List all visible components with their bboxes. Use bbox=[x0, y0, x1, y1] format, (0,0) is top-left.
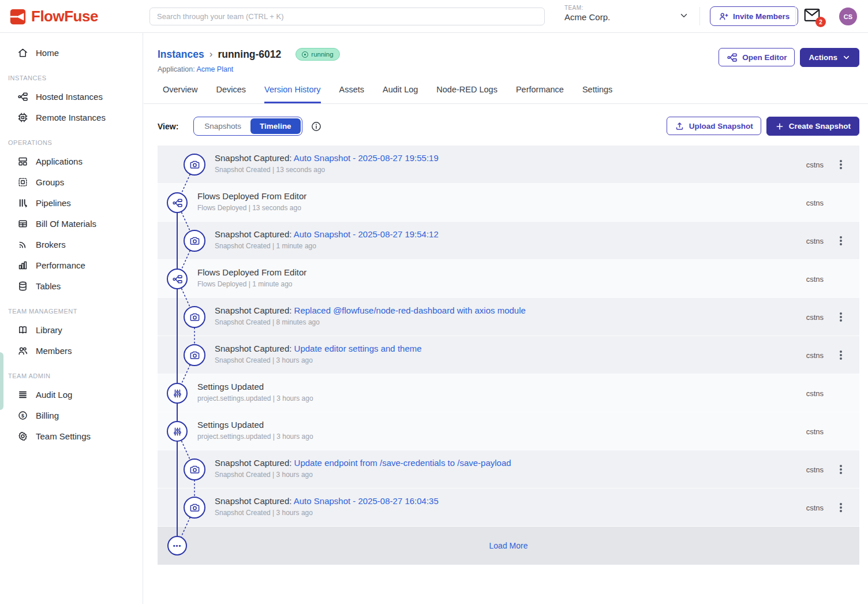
team-selector[interactable]: TEAM: Acme Corp. bbox=[564, 5, 690, 22]
upload-snapshot-button[interactable]: Upload Snapshot bbox=[667, 117, 761, 135]
flows-deploy-icon bbox=[167, 269, 188, 289]
timeline-toolbar: View: Snapshots Timeline Upload Snapshot… bbox=[158, 117, 859, 136]
sidebar-item-remote-instances[interactable]: Remote Instances bbox=[0, 107, 143, 128]
camera-icon bbox=[184, 497, 205, 519]
flows-deploy-icon bbox=[167, 192, 188, 213]
upload-snapshot-label: Upload Snapshot bbox=[689, 122, 753, 131]
camera-icon bbox=[184, 154, 205, 176]
tab-assets[interactable]: Assets bbox=[339, 85, 365, 103]
user-avatar[interactable]: CS bbox=[839, 8, 857, 25]
search-input[interactable] bbox=[149, 8, 545, 25]
sidebar-scroll-indicator[interactable] bbox=[0, 352, 3, 410]
event-meta: Snapshot Created | 3 hours ago bbox=[215, 356, 859, 364]
sidebar-item-label: Home bbox=[36, 48, 59, 58]
row-menu-button[interactable] bbox=[834, 499, 848, 516]
sidebar-item-billing[interactable]: $ Billing bbox=[0, 405, 143, 426]
flowfuse-logo[interactable]: FlowFuse bbox=[9, 8, 98, 25]
camera-icon bbox=[184, 344, 205, 366]
table-icon bbox=[17, 218, 28, 229]
broadcast-icon bbox=[17, 239, 28, 250]
row-menu-button[interactable] bbox=[834, 156, 848, 173]
event-meta: project.settings.updated | 3 hours ago bbox=[197, 433, 859, 441]
event-title: Flows Deployed From Editor bbox=[197, 267, 859, 278]
event-user: cstns bbox=[806, 198, 824, 207]
row-menu-button[interactable] bbox=[834, 308, 848, 326]
tab-settings[interactable]: Settings bbox=[582, 85, 612, 103]
sidebar-item-groups[interactable]: Groups bbox=[0, 171, 143, 192]
sidebar-item-audit-log[interactable]: Audit Log bbox=[0, 384, 143, 405]
snapshot-link[interactable]: Update endpoint from /save-credentials t… bbox=[294, 458, 511, 468]
camera-icon bbox=[184, 230, 205, 252]
tab-performance[interactable]: Performance bbox=[516, 85, 564, 103]
tab-node-red-logs[interactable]: Node-RED Logs bbox=[436, 85, 497, 103]
toggle-timeline[interactable]: Timeline bbox=[250, 118, 301, 134]
sidebar-item-tables[interactable]: Tables bbox=[0, 275, 143, 296]
kebab-icon bbox=[840, 163, 842, 166]
open-editor-button[interactable]: Open Editor bbox=[719, 48, 795, 66]
sidebar-item-label: Applications bbox=[36, 156, 83, 166]
row-menu-button[interactable] bbox=[834, 346, 848, 364]
invite-members-button[interactable]: Invite Members bbox=[710, 6, 798, 26]
event-meta: Snapshot Created | 13 seconds ago bbox=[215, 166, 859, 174]
snapshot-link[interactable]: Auto Snapshot - 2025-08-27 19:55:19 bbox=[294, 153, 439, 163]
sidebar-item-brokers[interactable]: Brokers bbox=[0, 234, 143, 255]
sidebar-item-members[interactable]: Members bbox=[0, 340, 143, 361]
snapshot-link[interactable]: Auto Snapshot - 2025-08-27 16:04:35 bbox=[294, 496, 439, 506]
snapshot-link[interactable]: Replaced @flowfuse/node-red-dashboard wi… bbox=[294, 305, 526, 315]
sidebar-section-operations: OPERATIONS bbox=[0, 128, 143, 151]
row-menu-button[interactable] bbox=[834, 461, 848, 478]
camera-icon bbox=[184, 458, 205, 480]
sidebar-item-library[interactable]: Library bbox=[0, 319, 143, 340]
instance-name: running-6012 bbox=[218, 49, 281, 61]
event-user: cstns bbox=[806, 312, 824, 321]
sidebar-item-performance[interactable]: Performance bbox=[0, 255, 143, 275]
event-title: Settings Updated bbox=[197, 381, 859, 393]
settings-sliders-icon bbox=[167, 421, 188, 442]
event-user: cstns bbox=[806, 427, 824, 435]
status-badge: running bbox=[295, 48, 339, 61]
tab-version-history[interactable]: Version History bbox=[264, 85, 321, 103]
tab-devices[interactable]: Devices bbox=[216, 85, 246, 103]
snapshot-link[interactable]: Update editor settings and theme bbox=[294, 344, 422, 353]
sidebar-item-label: Billing bbox=[36, 411, 59, 420]
open-editor-label: Open Editor bbox=[742, 53, 787, 62]
timeline-row: Snapshot Captured: Update endpoint from … bbox=[158, 450, 859, 489]
event-title: Snapshot Captured: Auto Snapshot - 2025-… bbox=[215, 229, 859, 240]
sidebar-item-bill-of-materials[interactable]: Bill Of Materials bbox=[0, 213, 143, 234]
application-link[interactable]: Acme Plant bbox=[196, 65, 233, 73]
sidebar-item-home[interactable]: Home bbox=[0, 42, 143, 63]
tab-overview[interactable]: Overview bbox=[163, 85, 197, 103]
timeline-row: Snapshot Captured: Replaced @flowfuse/no… bbox=[158, 298, 859, 336]
breadcrumb-instances-link[interactable]: Instances bbox=[158, 49, 204, 61]
sidebar-item-applications[interactable]: Applications bbox=[0, 151, 143, 171]
flowfuse-logo-text: FlowFuse bbox=[31, 8, 98, 25]
list-icon bbox=[17, 389, 28, 400]
create-snapshot-button[interactable]: Create Snapshot bbox=[766, 117, 859, 136]
settings-sliders-icon bbox=[167, 383, 188, 404]
load-more-link[interactable]: Load More bbox=[158, 541, 859, 550]
event-title: Snapshot Captured: Update endpoint from … bbox=[215, 457, 859, 469]
sidebar-item-pipelines[interactable]: Pipelines bbox=[0, 192, 143, 213]
snapshot-link[interactable]: Auto Snapshot - 2025-08-27 19:54:12 bbox=[294, 229, 439, 239]
toggle-snapshots[interactable]: Snapshots bbox=[195, 118, 250, 134]
groups-icon bbox=[17, 177, 28, 188]
ellipsis-icon[interactable]: ••• bbox=[167, 536, 187, 555]
notifications-button[interactable]: 2 bbox=[804, 8, 821, 24]
row-menu-button[interactable] bbox=[834, 232, 848, 249]
top-header: FlowFuse TEAM: Acme Corp. Invite Members… bbox=[0, 0, 868, 33]
chevron-down-icon[interactable] bbox=[679, 10, 689, 21]
info-icon[interactable] bbox=[310, 121, 322, 132]
event-meta: Snapshot Created | 3 hours ago bbox=[215, 509, 859, 517]
hosted-instances-icon bbox=[17, 91, 28, 102]
home-icon bbox=[17, 47, 28, 58]
sidebar-item-hosted-instances[interactable]: Hosted Instances bbox=[0, 86, 143, 107]
sidebar-item-team-settings[interactable]: Team Settings bbox=[0, 426, 143, 446]
kebab-icon bbox=[840, 316, 842, 318]
event-user: cstns bbox=[806, 236, 824, 245]
user-plus-icon bbox=[719, 12, 728, 21]
timeline-row: Snapshot Captured: Auto Snapshot - 2025-… bbox=[158, 489, 859, 527]
actions-button[interactable]: Actions bbox=[800, 48, 859, 67]
flowfuse-logo-icon bbox=[9, 8, 27, 25]
kebab-icon bbox=[840, 240, 842, 242]
tab-audit-log[interactable]: Audit Log bbox=[383, 85, 418, 103]
